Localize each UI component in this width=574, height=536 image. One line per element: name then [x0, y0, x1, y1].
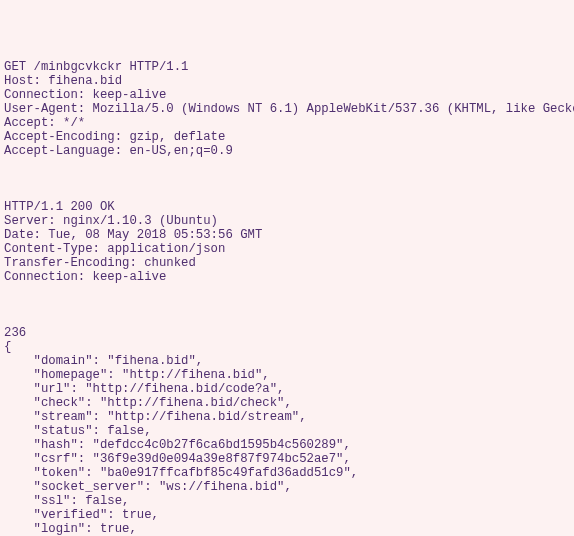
http-response-headers: HTTP/1.1 200 OK Server: nginx/1.10.3 (Ub…: [4, 200, 570, 284]
http-response-body: 236 { "domain": "fihena.bid", "homepage"…: [4, 326, 570, 536]
blank-line-1: [4, 172, 570, 186]
http-request-headers: GET /minbgcvkckr HTTP/1.1 Host: fihena.b…: [4, 60, 570, 158]
blank-line-2: [4, 298, 570, 312]
